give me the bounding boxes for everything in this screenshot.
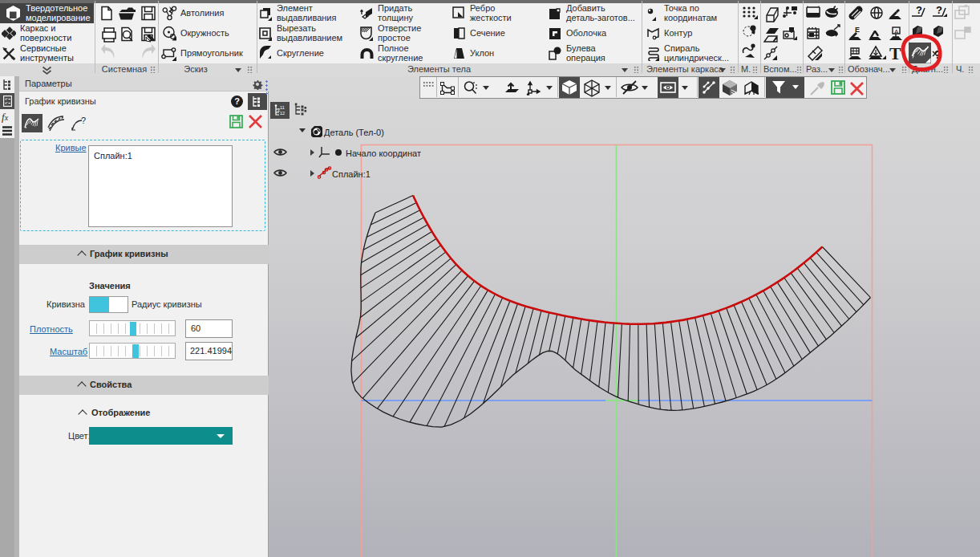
svg-text:?: ? bbox=[916, 5, 922, 16]
svg-text:11: 11 bbox=[280, 105, 285, 110]
svg-text:E: E bbox=[855, 26, 860, 34]
svg-text:A: A bbox=[894, 28, 899, 35]
svg-text:?: ? bbox=[936, 5, 942, 16]
svg-text:2: 2 bbox=[277, 108, 280, 112]
svg-text:?: ? bbox=[81, 116, 86, 125]
svg-text:12: 12 bbox=[280, 111, 285, 116]
